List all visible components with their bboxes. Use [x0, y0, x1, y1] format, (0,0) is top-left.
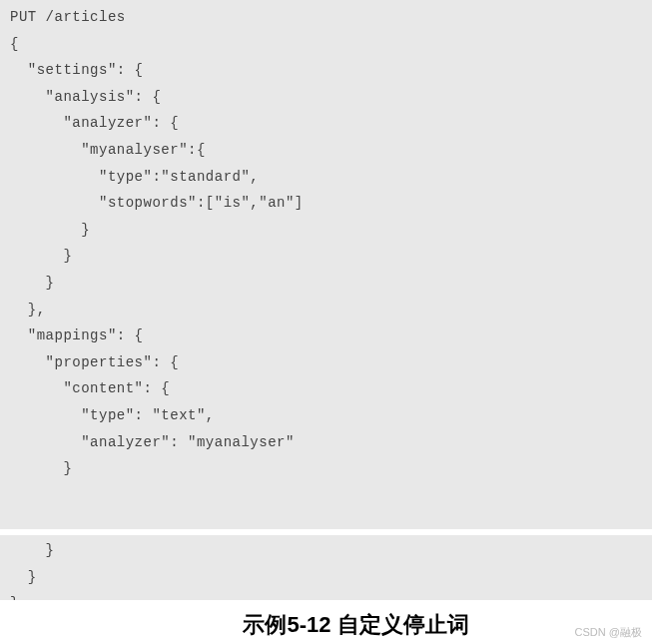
caption-area: 示例5-12 自定义停止词 CSDN @融极 [0, 600, 652, 644]
code-line: { [10, 31, 642, 58]
code-line: "analyzer": "myanalyser" [10, 429, 642, 456]
code-line: }, [10, 297, 642, 323]
code-line: "stopwords":["is","an"] [10, 190, 642, 217]
code-line: } [10, 243, 642, 270]
code-line: PUT /articles [10, 4, 642, 31]
watermark-text: CSDN @融极 [575, 625, 642, 640]
code-line: } [10, 537, 642, 564]
code-line: "analyzer": { [10, 110, 642, 137]
code-line: "properties": { [10, 349, 642, 376]
caption-text: 示例5-12 自定义停止词 [243, 610, 468, 640]
code-line: "type":"standard", [10, 164, 642, 191]
code-line: } [10, 564, 642, 591]
code-line: } [10, 455, 642, 482]
code-line: "type": "text", [10, 402, 642, 429]
code-line: "mappings": { [10, 322, 642, 349]
code-line: "settings": { [10, 57, 642, 84]
code-line: "myanalyser":{ [10, 137, 642, 164]
code-line: "content": { [10, 375, 642, 402]
code-block-upper: PUT /articles { "settings": { "analysis"… [0, 0, 652, 529]
code-line: } [10, 270, 642, 297]
code-line: } [10, 217, 642, 244]
code-block-lower: } } } [0, 535, 652, 600]
code-line: "analysis": { [10, 84, 642, 111]
